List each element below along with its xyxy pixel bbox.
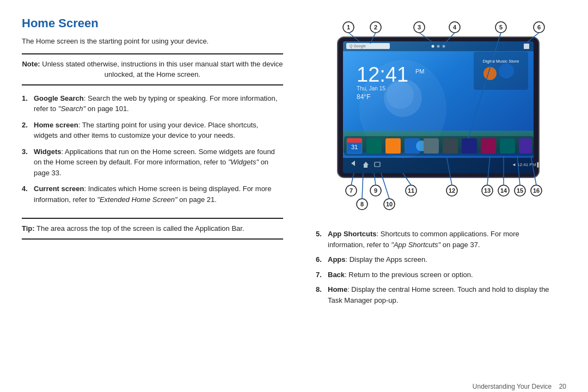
svg-text:3: 3 [418,24,421,30]
svg-text:16: 16 [533,187,540,194]
svg-rect-47 [519,138,532,154]
left-column: Home Screen The Home screen is the start… [22,16,283,370]
tip-text: The area across the top of the screen is… [36,224,244,232]
tip-label: Tip: [22,224,35,232]
svg-rect-36 [347,138,362,143]
tip-box: Tip: The area across the top of the scre… [22,218,283,240]
intro-text: The Home screen is the starting point fo… [22,36,283,47]
svg-text:◄ 12:41 PM ▌: ◄ 12:41 PM ▌ [512,162,540,168]
list-item: 4. Current screen: Indicates which Home … [22,183,283,205]
svg-rect-43 [443,138,458,154]
svg-text:5: 5 [499,24,503,30]
svg-text:PM: PM [415,68,425,75]
svg-text:2: 2 [374,24,377,30]
device-diagram: 1 2 3 4 5 6 [316,16,550,223]
svg-text:15: 15 [517,187,523,194]
svg-rect-48 [343,158,534,173]
list-item: 5. App Shortcuts: Shortcuts to common ap… [316,229,550,250]
footer-text: Understanding Your Device [473,383,552,390]
svg-text:9: 9 [374,187,377,194]
svg-text:12:41: 12:41 [357,63,408,86]
list-item: 2. Home screen: The starting point for u… [22,120,283,141]
note-label: Note: [22,60,40,68]
svg-text:Q Google: Q Google [350,44,366,48]
svg-text:31: 31 [351,144,358,150]
svg-text:14: 14 [500,187,507,194]
list-item: 8. Home: Display the central Home screen… [316,284,550,305]
svg-text:8: 8 [360,201,364,207]
footer: Understanding Your Device 20 [0,381,588,392]
svg-rect-39 [385,138,401,154]
svg-text:1: 1 [347,24,350,30]
svg-rect-38 [366,138,382,154]
list-item: 6. Apps: Display the Apps screen. [316,254,550,265]
svg-point-20 [443,45,445,48]
note-text: Unless stated otherwise, instructions in… [42,60,283,79]
svg-point-18 [432,45,434,48]
right-column: 1 2 3 4 5 6 [299,16,566,370]
svg-text:84°F: 84°F [357,93,370,101]
svg-text:7: 7 [350,187,353,194]
svg-rect-51 [364,165,367,168]
right-list: 5. App Shortcuts: Shortcuts to common ap… [316,229,550,310]
svg-text:Thu, Jan 15: Thu, Jan 15 [357,85,385,91]
svg-text:4: 4 [453,24,457,30]
svg-text:Digital Music Store: Digital Music Store [483,59,519,64]
svg-rect-45 [481,138,496,154]
svg-rect-44 [462,138,477,154]
svg-point-32 [499,63,514,78]
svg-rect-46 [500,138,515,154]
svg-text:13: 13 [484,187,491,194]
svg-rect-42 [424,138,439,154]
svg-text:12: 12 [449,187,455,194]
svg-text:6: 6 [537,24,541,30]
svg-rect-21 [524,44,529,49]
svg-text:10: 10 [386,201,393,207]
svg-text:11: 11 [408,187,414,194]
svg-point-19 [437,45,440,48]
page-title: Home Screen [22,16,283,30]
list-item: 7. Back: Return to the previous screen o… [316,270,550,280]
main-list: 1. Google Search: Search the web by typi… [22,93,283,211]
list-item: 1. Google Search: Search the web by typi… [22,93,283,114]
footer-page: 20 [559,383,566,390]
note-box: Note: Unless stated otherwise, instructi… [22,53,283,85]
list-item: 3. Widgets: Applications that run on the… [22,146,283,179]
